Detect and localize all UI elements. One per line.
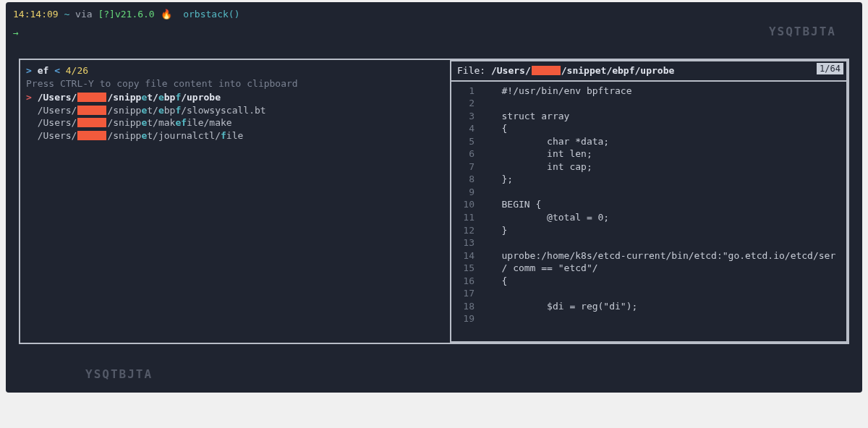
- prompt-arrow-icon: →: [13, 27, 19, 38]
- redacted-username: [77, 106, 106, 115]
- fzf-result-row[interactable]: /Users//snippet/makefile/make: [26, 116, 446, 129]
- preview-line: 12 }: [451, 224, 846, 237]
- preview-body[interactable]: 1 #!/usr/bin/env bpftrace2 3 struct arra…: [451, 82, 846, 328]
- redacted-username: [77, 93, 106, 102]
- prompt-via: via: [75, 9, 92, 20]
- preview-line: 13: [451, 236, 846, 249]
- preview-file-label: File:: [457, 65, 485, 76]
- watermark: YSQTBJTA: [769, 24, 836, 40]
- prompt-time: 14:14:09: [13, 9, 59, 20]
- preview-line: 5 char *data;: [451, 135, 846, 148]
- fzf-query-line[interactable]: > ef < 4/26: [26, 64, 446, 77]
- preview-line: 16 {: [451, 275, 846, 288]
- preview-line-badge: 1/64: [817, 63, 843, 74]
- shell-prompt-arrow[interactable]: →: [6, 21, 862, 40]
- fzf-results-list: > /Users//snippet/ebpf/uprobe /Users//sn…: [26, 91, 446, 142]
- fzf-match-count: 4/26: [66, 65, 88, 76]
- preview-line: 4 {: [451, 122, 846, 135]
- fzf-panel: > ef < 4/26 Press CTRL-Y to copy file co…: [19, 59, 849, 344]
- preview-line: 14 uprobe:/home/k8s/etcd-current/bin/etc…: [451, 249, 846, 262]
- preview-header: File: /Users//snippet/ebpf/uprobe 1/64: [451, 61, 846, 82]
- shell-prompt[interactable]: 14:14:09 ~ via [?]v21.6.0 🔥 orbstack(): [6, 2, 862, 21]
- fzf-preview-pane: File: /Users//snippet/ebpf/uprobe 1/64 1…: [450, 60, 848, 343]
- prompt-context: orbstack(): [183, 9, 239, 20]
- fzf-prompt-icon: >: [26, 65, 32, 76]
- preview-line: 9: [451, 186, 846, 199]
- preview-line: 3 struct array: [451, 110, 846, 123]
- redacted-username: [532, 66, 561, 75]
- redacted-username: [77, 131, 106, 140]
- fzf-hint: Press CTRL-Y to copy file content into c…: [26, 77, 446, 90]
- preview-line: 11 @total = 0;: [451, 211, 846, 224]
- fzf-lt-icon: <: [54, 65, 60, 76]
- redacted-username: [77, 118, 106, 127]
- preview-line: 6 int len;: [451, 147, 846, 160]
- preview-line: 19: [451, 312, 846, 325]
- fzf-result-row[interactable]: > /Users//snippet/ebpf/uprobe: [26, 91, 446, 104]
- terminal-window: YSQTBJTA 14:14:09 ~ via [?]v21.6.0 🔥 orb…: [6, 2, 862, 393]
- prompt-version: v21.6.0: [115, 9, 155, 20]
- preview-line: 1 #!/usr/bin/env bpftrace: [451, 85, 846, 98]
- fzf-result-row[interactable]: /Users//snippet/journalctl/file: [26, 129, 446, 142]
- preview-line: 15 / comm == "etcd"/: [451, 262, 846, 275]
- watermark: YSQTBJTA: [85, 367, 153, 382]
- preview-line: 7 int cap;: [451, 160, 846, 174]
- prompt-cwd: ~: [64, 9, 69, 20]
- preview-line: 10 BEGIN {: [451, 198, 846, 211]
- preview-path-post: /snippet/ebpf/uprobe: [561, 65, 675, 76]
- fzf-query[interactable]: ef: [38, 65, 49, 76]
- fire-icon: 🔥: [161, 9, 172, 20]
- preview-path-pre: /Users/: [491, 65, 531, 76]
- preview-line: 18 $di = reg("di");: [451, 300, 846, 313]
- preview-line: 2: [451, 97, 846, 110]
- preview-line: 8 };: [451, 173, 846, 186]
- fzf-result-row[interactable]: /Users//snippet/ebpf/slowsyscall.bt: [26, 104, 446, 117]
- prompt-version-box: [?]: [98, 9, 114, 20]
- fzf-results-pane: > ef < 4/26 Press CTRL-Y to copy file co…: [20, 60, 451, 343]
- preview-line: 17: [451, 287, 846, 300]
